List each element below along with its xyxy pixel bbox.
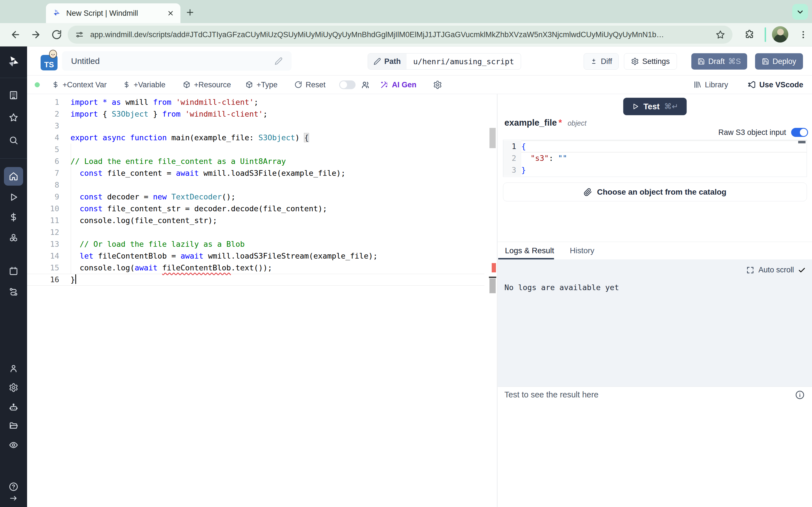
diff-icon	[590, 58, 598, 65]
sidebar-item-favorites[interactable]	[9, 113, 18, 122]
error-overview-mark	[492, 263, 496, 272]
profile-avatar[interactable]	[772, 26, 788, 43]
expand-icon[interactable]	[746, 266, 755, 274]
home-icon[interactable]	[9, 172, 18, 181]
code-line[interactable]: 10 const file_content_str = decoder.deco…	[27, 203, 485, 215]
reload-icon[interactable]	[51, 29, 62, 40]
json-editor-scrollbar[interactable]	[798, 141, 806, 144]
code-line[interactable]: 12	[27, 226, 485, 238]
add-resource-button[interactable]: +Resource	[183, 80, 231, 89]
ai-gen-button[interactable]: AI Gen	[380, 80, 416, 89]
tab-close-icon[interactable]	[167, 10, 174, 17]
raw-s3-toggle[interactable]	[791, 128, 808, 137]
code-line[interactable]: 11 console.log(file_content_str);	[27, 215, 485, 226]
settings-button[interactable]: Settings	[624, 53, 677, 69]
code-line[interactable]: 1{	[503, 140, 807, 152]
logs-tab-bar: Logs & Result History	[498, 242, 812, 260]
reset-button[interactable]: Reset	[294, 80, 326, 89]
sidebar-item-audit-logs[interactable]	[9, 440, 18, 450]
info-icon[interactable]	[795, 390, 805, 400]
code-line[interactable]: 16}	[27, 274, 485, 286]
sidebar-item-workers[interactable]	[9, 402, 18, 412]
code-line[interactable]: 5	[27, 144, 485, 156]
window-chevron-button[interactable]	[792, 4, 808, 20]
no-logs-message: No logs are available yet	[504, 283, 619, 292]
paperclip-icon	[583, 188, 592, 196]
pencil-icon	[373, 58, 381, 65]
code-line[interactable]: 13 // Or load the file lazily as a Blob	[27, 238, 485, 250]
editor-scrollbar-thumb[interactable]	[490, 128, 496, 148]
code-line[interactable]: 14 let fileContentBlob = await wmill.loa…	[27, 250, 485, 262]
code-line[interactable]: 2import { S3Object } from 'windmill-clie…	[27, 108, 485, 120]
sidebar-item-schedules[interactable]	[9, 266, 18, 276]
raw-s3-toggle-row: Raw S3 object input	[718, 128, 808, 137]
browser-tab[interactable]: New Script | Windmill	[46, 3, 181, 23]
result-placeholder: Test to see the result here	[504, 390, 599, 399]
path-control[interactable]: Path u/henri/amusing_script	[368, 53, 521, 69]
edit-pencil-icon[interactable]	[274, 57, 283, 65]
diff-mode-toggle[interactable]	[339, 80, 356, 89]
raw-input-json-editor[interactable]: 1{2 "s3": ""3}	[503, 140, 807, 177]
diff-button[interactable]: Diff	[583, 53, 619, 69]
tab-history[interactable]: History	[570, 246, 594, 255]
code-lines[interactable]: 1import * as wmill from 'windmill-client…	[27, 96, 485, 286]
tab-logs-result[interactable]: Logs & Result	[505, 246, 554, 255]
sidebar-item-workspace[interactable]	[9, 91, 18, 100]
new-tab-button[interactable]	[184, 6, 196, 18]
code-line[interactable]: 3}	[503, 164, 807, 176]
browser-menu-icon[interactable]	[799, 30, 808, 40]
code-line[interactable]: 9 const decoder = new TextDecoder();	[27, 191, 485, 203]
add-context-var-button[interactable]: +Context Var	[52, 80, 107, 89]
add-variable-button[interactable]: +Variable	[123, 80, 165, 89]
url-bar[interactable]: app.windmill.dev/scripts/add#JTdCJTIyaGF…	[68, 25, 732, 44]
sidebar-item-settings[interactable]	[9, 383, 18, 392]
save-icon	[698, 58, 705, 65]
sidebar-item-folders[interactable]	[9, 421, 18, 431]
editor-toolbar: +Context Var +Variable +Resource +Type R…	[27, 75, 812, 94]
windmill-favicon-icon	[52, 9, 61, 18]
code-line[interactable]: 8	[27, 179, 485, 191]
sidebar-item-flows[interactable]	[9, 287, 18, 297]
path-label-segment[interactable]: Path	[368, 54, 407, 69]
code-line[interactable]: 6// Load the entire file_content as a Ui…	[27, 156, 485, 167]
script-summary-value: Untitled	[71, 56, 274, 66]
code-line[interactable]: 4export async function main(example_file…	[27, 132, 485, 144]
back-icon[interactable]	[10, 29, 21, 40]
collapse-arrow-icon[interactable]	[9, 494, 18, 503]
path-value[interactable]: u/henri/amusing_script	[407, 54, 521, 69]
library-button[interactable]: Library	[693, 80, 728, 89]
test-button[interactable]: Test ⌘↵	[623, 98, 687, 115]
forward-icon[interactable]	[31, 29, 41, 40]
argument-row: example_file * object	[504, 118, 587, 128]
toggle-off-switch[interactable]	[339, 80, 356, 89]
bookmark-star-icon[interactable]	[716, 30, 725, 40]
sidebar-item-runs[interactable]	[9, 192, 18, 202]
code-line[interactable]: 7 const file_content = await wmill.loadS…	[27, 167, 485, 179]
code-line[interactable]: 1import * as wmill from 'windmill-client…	[27, 96, 485, 108]
auto-scroll-control[interactable]: Auto scroll	[746, 266, 806, 274]
code-editor[interactable]: 1import * as wmill from 'windmill-client…	[27, 94, 497, 507]
windmill-logo-icon[interactable]	[6, 55, 21, 70]
extensions-puzzle-icon[interactable]	[744, 30, 755, 40]
sidebar-divider	[0, 158, 27, 159]
add-type-button[interactable]: +Type	[245, 80, 277, 89]
sidebar-divider	[0, 78, 27, 78]
draft-button[interactable]: Draft ⌘S	[691, 53, 747, 69]
code-line[interactable]: 2 "s3": ""	[503, 152, 807, 164]
editor-scrollbar-thumb[interactable]	[490, 279, 496, 293]
sidebar-item-variables[interactable]	[9, 212, 18, 222]
deploy-button[interactable]: Deploy	[755, 53, 803, 69]
site-settings-icon[interactable]	[75, 30, 84, 39]
help-icon[interactable]	[9, 482, 18, 492]
editor-settings-gear-icon[interactable]	[433, 80, 442, 89]
code-line[interactable]: 3	[27, 120, 485, 132]
script-summary-input[interactable]: Untitled	[62, 51, 292, 71]
code-line[interactable]: 15 console.log(await fileContentBlob.tex…	[27, 262, 485, 274]
use-vscode-button[interactable]: Use VScode	[748, 80, 803, 89]
choose-object-button[interactable]: Choose an object from the catalog	[503, 182, 807, 202]
sidebar-item-user[interactable]	[9, 363, 18, 373]
url-text[interactable]: app.windmill.dev/scripts/add#JTdCJTIyaGF…	[90, 31, 716, 39]
sidebar-item-resources[interactable]	[9, 233, 18, 243]
collab-users-icon[interactable]	[361, 80, 370, 90]
sidebar-item-search[interactable]	[9, 135, 18, 145]
